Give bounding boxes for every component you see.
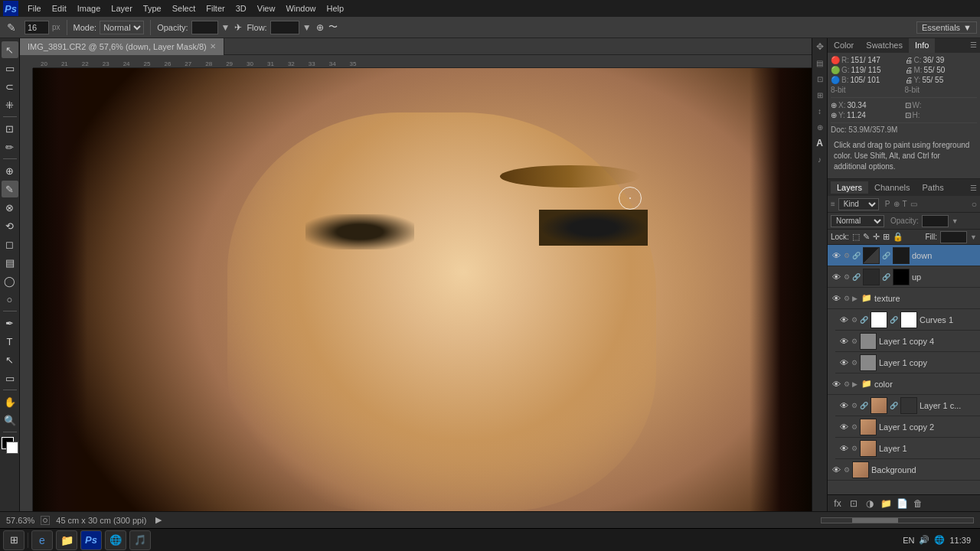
tool-marquee[interactable]: ▭ — [2, 60, 18, 77]
right-icon-6[interactable]: ⊕ — [813, 120, 827, 134]
tab-color[interactable]: Color — [828, 38, 860, 53]
layer-item-layer1[interactable]: 👁 ⚙ Layer 1 — [835, 438, 980, 459]
layer-arrow-color[interactable]: ▶ — [852, 380, 858, 388]
layer-filter-type[interactable]: Kind Name — [838, 198, 879, 210]
layer-item-down[interactable]: 👁 ⚙ 🔗 🔗 down — [828, 245, 980, 266]
play-button[interactable]: ▶ — [155, 515, 162, 525]
canvas-content[interactable] — [33, 68, 812, 511]
layer-link-layer1c[interactable]: 🔗 — [890, 402, 898, 409]
delete-layer-button[interactable]: 🗑 — [911, 497, 925, 510]
menu-file[interactable]: File — [23, 2, 46, 15]
menu-window[interactable]: Window — [281, 2, 320, 15]
layer-eye-layer1copy[interactable]: 👁 — [838, 357, 849, 368]
new-layer-button[interactable]: 📄 — [895, 497, 909, 510]
opacity-input[interactable]: 9% — [191, 21, 218, 34]
right-icon-3[interactable]: ⊡ — [813, 72, 827, 86]
layer-eye-layer1c[interactable]: 👁 — [838, 400, 849, 411]
tool-crop[interactable]: ⊡ — [2, 120, 18, 137]
tool-magic-wand[interactable]: ⁜ — [2, 96, 18, 113]
lock-all-icon[interactable]: 🔒 — [893, 232, 903, 242]
smoothing-icon[interactable]: 〜 — [328, 21, 338, 34]
add-mask-button[interactable]: ⊡ — [847, 497, 861, 510]
tool-zoom[interactable]: 🔍 — [2, 412, 18, 429]
layer-arrow-texture[interactable]: ▶ — [852, 295, 858, 302]
layer-item-layer1copy2[interactable]: 👁 ⚙ Layer 1 copy 2 — [835, 416, 980, 438]
layer-item-curves1[interactable]: 👁 ⚙ 🔗 🔗 Curves 1 — [835, 309, 980, 331]
layer-link-icon-up[interactable]: 🔗 — [882, 273, 890, 281]
layer-item-texture[interactable]: 👁 ⚙ ▶ 📁 texture — [828, 288, 980, 309]
layer-settings-curves1[interactable]: ⚙ — [851, 316, 858, 324]
filter-icon-txt[interactable]: T — [903, 200, 907, 208]
tool-hand[interactable]: ✋ — [2, 393, 18, 410]
tool-pen[interactable]: ✒ — [2, 315, 18, 331]
tab-info[interactable]: Info — [909, 38, 935, 53]
flow-menu-icon[interactable]: ▼ — [302, 22, 312, 33]
layer-item-up[interactable]: 👁 ⚙ 🔗 🔗 up — [828, 266, 980, 288]
fill-chevron[interactable]: ▼ — [970, 233, 977, 241]
layer-eye-layer1copy4[interactable]: 👁 — [838, 336, 849, 347]
tool-path-selection[interactable]: ↖ — [2, 351, 18, 368]
layer-settings-color[interactable]: ⚙ — [844, 380, 850, 388]
menu-help[interactable]: Help — [322, 2, 349, 15]
background-color[interactable] — [6, 442, 18, 454]
fg-bg-colors[interactable] — [2, 437, 18, 454]
layer-opacity-input[interactable]: 100% — [922, 215, 949, 227]
tool-brush[interactable]: ✎ — [2, 181, 18, 197]
right-icon-2[interactable]: ▤ — [813, 56, 827, 70]
tool-history[interactable]: ⟲ — [2, 217, 18, 234]
menu-select[interactable]: Select — [168, 2, 201, 15]
opacity-menu-icon[interactable]: ▼ — [221, 22, 230, 33]
filter-toggle[interactable]: ○ — [972, 199, 977, 210]
zoom-icon[interactable] — [41, 516, 50, 525]
taskbar-ie[interactable]: e — [31, 530, 53, 550]
tab-swatches[interactable]: Swatches — [860, 38, 909, 53]
layer-eye-down[interactable]: 👁 — [831, 250, 841, 261]
layer-item-layer1copy[interactable]: 👁 ⚙ Layer 1 copy — [835, 352, 980, 373]
menu-edit[interactable]: Edit — [47, 2, 71, 15]
layer-eye-layer1copy2[interactable]: 👁 — [838, 422, 849, 432]
lock-transparent-icon[interactable]: ⬚ — [852, 232, 860, 242]
layers-tab-layers[interactable]: Layers — [831, 181, 868, 194]
tool-dodge[interactable]: ○ — [2, 291, 18, 308]
right-icon-4[interactable]: ⊞ — [813, 88, 827, 102]
layers-tab-channels[interactable]: Channels — [868, 181, 916, 194]
airbrush-icon[interactable]: ✈ — [234, 22, 242, 33]
layer-eye-color[interactable]: 👁 — [831, 379, 841, 390]
menu-image[interactable]: Image — [73, 2, 106, 15]
filter-icon-shp[interactable]: ▭ — [910, 200, 917, 208]
taskbar-media[interactable]: 🎵 — [129, 530, 151, 550]
layer-settings-up[interactable]: ⚙ — [844, 273, 850, 281]
right-icon-1[interactable]: ✥ — [813, 40, 827, 54]
scroll-thumb[interactable] — [852, 518, 898, 523]
taskbar-ps[interactable]: Ps — [80, 530, 102, 550]
layer-eye-curves1[interactable]: 👁 — [838, 315, 849, 325]
group-layers-button[interactable]: 📁 — [879, 497, 893, 510]
layer-eye-background[interactable]: 👁 — [831, 465, 841, 475]
layer-settings-layer1copy[interactable]: ⚙ — [851, 359, 858, 367]
menu-filter[interactable]: Filter — [201, 2, 229, 15]
layer-settings-layer1copy4[interactable]: ⚙ — [851, 337, 858, 345]
layer-link-curves1[interactable]: 🔗 — [890, 316, 898, 324]
taskbar-folder[interactable]: 📁 — [56, 530, 77, 550]
layer-eye-texture[interactable]: 👁 — [831, 293, 841, 304]
document-tab[interactable]: IMG_3891.CR2 @ 57,6% (down, Layer Mask/8… — [20, 38, 224, 55]
panel-menu-icon[interactable]: ☰ — [967, 38, 980, 53]
add-fx-button[interactable]: fx — [831, 497, 844, 510]
layer-settings-layer1c[interactable]: ⚙ — [851, 402, 858, 409]
opacity-chevron[interactable]: ▼ — [952, 217, 959, 225]
layer-settings-layer1copy2[interactable]: ⚙ — [851, 423, 858, 431]
workspace-selector[interactable]: Essentials ▼ — [916, 21, 977, 34]
lock-position-icon[interactable]: ✛ — [873, 232, 880, 242]
scroll-bar[interactable] — [821, 517, 974, 523]
layer-settings-down[interactable]: ⚙ — [844, 252, 850, 259]
layer-link-icon-down[interactable]: 🔗 — [882, 252, 890, 259]
blend-mode-dropdown[interactable]: Normal — [831, 215, 884, 227]
tool-eraser[interactable]: ◻ — [2, 236, 18, 253]
lock-image-icon[interactable]: ✎ — [863, 232, 870, 242]
right-icon-8[interactable]: ♪ — [813, 152, 827, 166]
brush-tool-icon[interactable]: ✎ — [3, 19, 20, 36]
add-adjustment-button[interactable]: ◑ — [863, 497, 877, 510]
lock-artboard-icon[interactable]: ⊞ — [883, 232, 890, 242]
tool-clone[interactable]: ⊗ — [2, 199, 18, 216]
pressure-icon[interactable]: ⊕ — [316, 22, 324, 33]
